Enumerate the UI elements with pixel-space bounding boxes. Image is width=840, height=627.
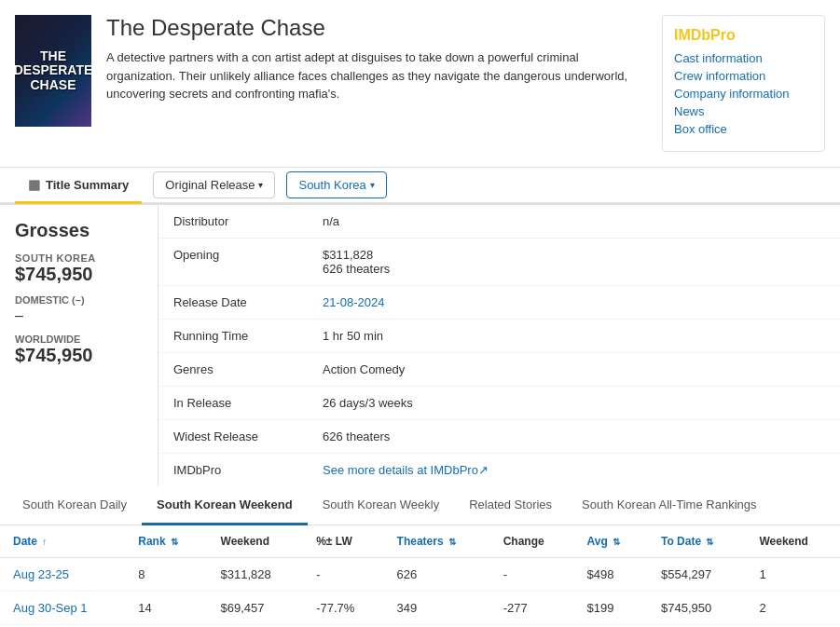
tab-title-summary[interactable]: ▦ Title Summary	[15, 168, 142, 204]
row1-weekend: $311,828	[208, 558, 304, 592]
col-date[interactable]: Date ↑	[0, 525, 125, 558]
col-theaters[interactable]: Theaters ⇅	[384, 525, 490, 558]
release-date-label: Release Date	[158, 286, 308, 320]
in-release-label: In Release	[158, 387, 308, 420]
data-table-container: Date ↑ Rank ⇅ Weekend %± LW Theaters ⇅	[0, 525, 840, 625]
imdbpro-details-link[interactable]: See more details at IMDbPro↗	[323, 463, 489, 477]
table-header-row: Date ↑ Rank ⇅ Weekend %± LW Theaters ⇅	[0, 525, 840, 558]
col-avg[interactable]: Avg ⇅	[574, 525, 648, 558]
genres-value: Action Comedy	[308, 353, 840, 387]
movie-title: The Desperate Chase	[106, 15, 647, 41]
box-office-link[interactable]: Box office	[674, 122, 813, 136]
domestic-label: DOMESTIC (–)	[15, 294, 143, 306]
crew-info-link[interactable]: Crew information	[674, 69, 813, 83]
opening-amount: $311,828	[323, 248, 373, 262]
avg-col-label: Avg	[587, 535, 608, 548]
tab-navigation: ▦ Title Summary Original Release ▾ South…	[0, 168, 840, 204]
imdb-pro-logo: IMDbPro	[674, 27, 813, 44]
detail-row-in-release: In Release 26 days/3 weeks	[158, 387, 840, 420]
table-icon: ▦	[28, 177, 40, 192]
release-date-link[interactable]: 21-08-2024	[323, 295, 385, 309]
to-date-col-label: To Date	[661, 535, 701, 548]
pro-text: Pro	[710, 27, 736, 43]
change-col-label: Change	[503, 535, 544, 548]
col-change: Change	[490, 525, 574, 558]
detail-row-distributor: Distributor n/a	[158, 205, 840, 239]
row2-rank: 14	[125, 592, 207, 625]
theaters-col-label: Theaters	[397, 535, 444, 548]
row2-pct-lw: -77.7%	[303, 592, 383, 625]
chevron-down-icon: ▾	[258, 180, 263, 190]
company-info-link[interactable]: Company information	[674, 87, 813, 101]
poster-title-text: THEDESPERATECHASE	[15, 49, 91, 92]
row2-to-date: $745,950	[648, 592, 746, 625]
widest-release-label: Widest Release	[158, 420, 308, 454]
row1-rank: 8	[125, 558, 207, 592]
pct-lw-col-label: %± LW	[316, 535, 352, 548]
col-weekend-num: Weekend	[746, 525, 840, 558]
row1-date-link[interactable]: Aug 23-25	[13, 567, 69, 581]
date-col-label: Date	[13, 535, 37, 548]
row1-avg: $498	[574, 558, 648, 592]
data-tab-sk-weekly[interactable]: South Korean Weekly	[308, 486, 455, 525]
south-korea-label: South Korea	[298, 178, 365, 192]
cast-info-link[interactable]: Cast information	[674, 51, 813, 65]
theaters-sort-arrow: ⇅	[448, 537, 456, 547]
data-tab-sk-all-time[interactable]: South Korean All-Time Rankings	[567, 486, 771, 525]
to-date-sort-arrow: ⇅	[706, 537, 713, 547]
worldwide-amount: $745,950	[15, 345, 143, 366]
grosses-title: Grosses	[15, 220, 143, 241]
opening-label: Opening	[158, 239, 308, 286]
distributor-value: n/a	[308, 205, 840, 239]
detail-row-genres: Genres Action Comedy	[158, 353, 840, 387]
distributor-label: Distributor	[158, 205, 308, 239]
domestic-dash: –	[15, 307, 143, 324]
opening-theaters: 626 theaters	[323, 262, 390, 276]
col-pct-lw: %± LW	[303, 525, 383, 558]
col-rank[interactable]: Rank ⇅	[125, 525, 207, 558]
sk-weekend-label: South Korean Weekend	[157, 498, 293, 511]
detail-row-release-date: Release Date 21-08-2024	[158, 286, 840, 320]
data-tab-sk-weekend[interactable]: South Korean Weekend	[142, 486, 308, 525]
worldwide-label: WORLDWIDE	[15, 334, 143, 345]
row1-to-date: $554,297	[648, 558, 746, 592]
row1-weekend-num: 1	[746, 558, 840, 592]
date-sort-arrow: ↑	[42, 537, 47, 547]
weekend-num-col-label: Weekend	[759, 535, 807, 548]
movie-description: A detective partners with a con artist a…	[106, 48, 638, 103]
col-to-date[interactable]: To Date ⇅	[648, 525, 746, 558]
movie-info: The Desperate Chase A detective partners…	[106, 15, 647, 152]
row1-change: -	[490, 558, 574, 592]
row2-avg: $199	[574, 592, 648, 625]
row1-date: Aug 23-25	[0, 558, 125, 592]
in-release-value: 26 days/3 weeks	[308, 387, 840, 420]
tab-south-korea[interactable]: South Korea ▾	[286, 171, 386, 198]
data-tab-related-stories[interactable]: Related Stories	[454, 486, 567, 525]
running-time-label: Running Time	[158, 320, 308, 353]
news-link[interactable]: News	[674, 104, 813, 118]
grosses-panel: Grosses SOUTH KOREA $745,950 DOMESTIC (–…	[0, 205, 158, 486]
tab-original-release[interactable]: Original Release ▾	[153, 171, 275, 198]
data-tabs: South Korean Daily South Korean Weekend …	[0, 486, 840, 525]
running-time-value: 1 hr 50 min	[308, 320, 840, 353]
title-summary-label: Title Summary	[46, 178, 129, 192]
col-weekend: Weekend	[208, 525, 304, 558]
original-release-label: Original Release	[165, 178, 255, 192]
south-korea-amount: $745,950	[15, 264, 143, 285]
genres-label: Genres	[158, 353, 308, 387]
sk-daily-label: South Korean Daily	[22, 498, 127, 511]
opening-value: $311,828 626 theaters	[308, 239, 840, 286]
imdbpro-value: See more details at IMDbPro↗	[308, 454, 840, 487]
row2-date: Aug 30-Sep 1	[0, 592, 125, 625]
row2-date-link[interactable]: Aug 30-Sep 1	[13, 601, 88, 615]
detail-row-running-time: Running Time 1 hr 50 min	[158, 320, 840, 353]
data-tab-sk-daily[interactable]: South Korean Daily	[7, 486, 142, 525]
detail-row-widest-release: Widest Release 626 theaters	[158, 420, 840, 454]
south-korea-region-label: SOUTH KOREA	[15, 252, 143, 264]
movie-header: THEDESPERATECHASE The Desperate Chase A …	[0, 0, 840, 168]
row1-pct-lw: -	[303, 558, 383, 592]
sk-weekly-label: South Korean Weekly	[323, 498, 440, 511]
row2-weekend: $69,457	[208, 592, 304, 625]
table-row: Aug 30-Sep 1 14 $69,457 -77.7% 349 -277 …	[0, 592, 840, 625]
avg-sort-arrow: ⇅	[613, 537, 620, 547]
